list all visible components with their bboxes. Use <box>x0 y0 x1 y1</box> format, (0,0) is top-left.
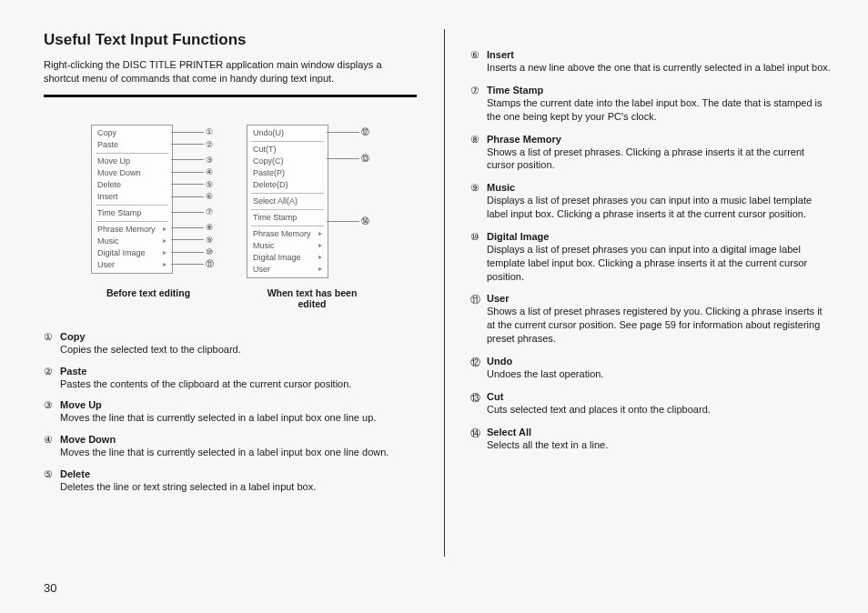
definition-number: ⑬ <box>470 391 487 405</box>
menu-item: Move Down <box>92 167 172 179</box>
right-column: ⑥InsertInserts a new line above the one … <box>463 27 832 573</box>
callout-number: ⑨ <box>171 234 214 246</box>
definition-desc: Displays a list of preset phrases you ca… <box>487 195 812 219</box>
definition-title: Insert <box>487 49 831 60</box>
definition-desc: Inserts a new line above the one that is… <box>487 62 831 73</box>
menu-item: Phrase Memory <box>92 224 172 236</box>
definition-number: ⑤ <box>44 468 60 480</box>
callout-number: ③ <box>171 154 214 166</box>
definition-title: User <box>487 293 832 304</box>
column-divider <box>444 29 445 557</box>
definition-title: Delete <box>60 468 316 479</box>
menu-item: Delete <box>92 179 172 191</box>
definition-title: Move Up <box>60 399 376 410</box>
definition-item: ⑥InsertInserts a new line above the one … <box>470 49 832 75</box>
definition-title: Cut <box>487 391 711 402</box>
definition-number: ⑨ <box>470 182 487 194</box>
definition-item: ⑪UserShows a list of preset phrases regi… <box>470 293 832 346</box>
caption-right: When text has been edited <box>257 287 367 309</box>
definition-item: ③Move UpMoves the line that is currently… <box>44 399 417 425</box>
menu-right-wrap: Undo(U)Cut(T)Copy(C)Paste(P)Delete(D)Sel… <box>247 125 369 278</box>
definition-title: Music <box>487 182 832 193</box>
callout-number: ⑦ <box>171 206 214 218</box>
definition-item: ①CopyCopies the selected text to the cli… <box>44 331 417 357</box>
definition-title: Paste <box>60 366 351 377</box>
callout-number: ⑧ <box>171 222 214 234</box>
definition-title: Move Down <box>60 434 389 445</box>
definition-number: ⑭ <box>470 427 487 440</box>
context-menu-before: CopyPasteMove UpMove DownDeleteInsertTim… <box>91 125 173 274</box>
definition-item: ⑧Phrase MemoryShows a list of preset phr… <box>470 134 832 173</box>
definition-number: ⑩ <box>470 231 487 243</box>
definition-title: Copy <box>60 331 241 342</box>
definition-title: Undo <box>487 356 603 367</box>
definition-title: Select All <box>487 427 608 437</box>
section-heading: Useful Text Input Functions <box>44 31 417 49</box>
callout-number: ⑩ <box>171 246 214 258</box>
definition-desc: Displays a list of preset phrases you ca… <box>487 244 807 282</box>
menu-left-wrap: CopyPasteMove UpMove DownDeleteInsertTim… <box>91 125 214 278</box>
menu-item: Copy(C) <box>247 156 328 167</box>
menu-item: Insert <box>92 191 172 203</box>
menu-item: Delete(D) <box>247 179 328 191</box>
menu-item: Copy <box>92 127 172 139</box>
definition-desc: Shows a list of preset phrases. Clicking… <box>487 146 804 171</box>
diagram-captions: Before text editing When text has been e… <box>44 287 417 309</box>
definition-item: ④Move DownMoves the line that is current… <box>44 434 417 459</box>
definition-desc: Selects all the text in a line. <box>487 439 608 450</box>
definition-desc: Cuts selected text and places it onto th… <box>487 404 711 415</box>
definition-desc: Moves the line that is currently selecte… <box>60 447 389 457</box>
menu-item: Select All(A) <box>247 196 328 207</box>
menu-diagram: CopyPasteMove UpMove DownDeleteInsertTim… <box>44 125 417 278</box>
page-number: 30 <box>44 581 56 595</box>
callout-number: ④ <box>171 166 214 178</box>
definition-item: ⑫UndoUndoes the last operation. <box>470 356 832 381</box>
page-columns: Useful Text Input Functions Right-clicki… <box>44 27 832 573</box>
menu-item: User <box>92 259 172 271</box>
callout-number: ⑬ <box>327 153 369 165</box>
callout-number: ⑤ <box>171 178 214 190</box>
menu-item: Music <box>92 236 172 247</box>
definition-desc: Undoes the last operation. <box>487 368 603 379</box>
caption-left: Before text editing <box>94 287 203 309</box>
callouts-left: ①②③④⑤⑥⑦⑧⑨⑩⑪ <box>171 125 214 271</box>
definition-item: ②PastePastes the contents of the clipboa… <box>44 366 417 391</box>
definition-title: Phrase Memory <box>487 134 832 145</box>
definition-desc: Moves the line that is currently selecte… <box>60 412 376 423</box>
definition-desc: Pastes the contents of the clipboard at … <box>60 378 351 389</box>
definitions-left: ①CopyCopies the selected text to the cli… <box>44 331 417 494</box>
menu-item: Paste <box>92 139 172 151</box>
menu-item: Undo(U) <box>247 127 328 139</box>
context-menu-after: Undo(U)Cut(T)Copy(C)Paste(P)Delete(D)Sel… <box>247 125 328 278</box>
definition-item: ⑩Digital ImageDisplays a list of preset … <box>470 231 832 284</box>
horizontal-rule <box>44 95 417 97</box>
menu-item: Digital Image <box>92 247 172 259</box>
definition-title: Digital Image <box>487 231 832 242</box>
callout-number: ⑫ <box>327 126 369 138</box>
callout-number: ② <box>171 138 214 150</box>
definition-desc: Stamps the current date into the label i… <box>487 97 823 122</box>
definition-number: ⑪ <box>470 293 487 306</box>
definition-number: ⑦ <box>470 85 487 96</box>
menu-item: Phrase Memory <box>247 228 328 240</box>
definitions-right: ⑥InsertInserts a new line above the one … <box>470 49 832 452</box>
definition-item: ⑦Time StampStamps the current date into … <box>470 85 832 124</box>
menu-item: Cut(T) <box>247 144 328 156</box>
definition-number: ⑫ <box>470 356 487 369</box>
menu-item: Move Up <box>92 156 172 167</box>
callout-number: ⑭ <box>327 216 369 227</box>
definition-item: ⑬CutCuts selected text and places it ont… <box>470 391 832 417</box>
definition-title: Time Stamp <box>487 85 832 95</box>
definition-item: ⑨MusicDisplays a list of preset phrases … <box>470 182 832 221</box>
menu-item: User <box>247 264 328 276</box>
definition-number: ⑧ <box>470 134 487 146</box>
definition-number: ① <box>44 331 60 343</box>
callout-number: ⑥ <box>171 191 214 203</box>
definition-desc: Copies the selected text to the clipboar… <box>60 344 241 355</box>
definition-number: ③ <box>44 399 60 411</box>
callout-number: ⑪ <box>171 258 214 270</box>
menu-item: Paste(P) <box>247 167 328 179</box>
definition-number: ② <box>44 366 60 377</box>
callout-number: ① <box>171 126 214 138</box>
definition-desc: Deletes the line or text string selected… <box>60 481 316 492</box>
